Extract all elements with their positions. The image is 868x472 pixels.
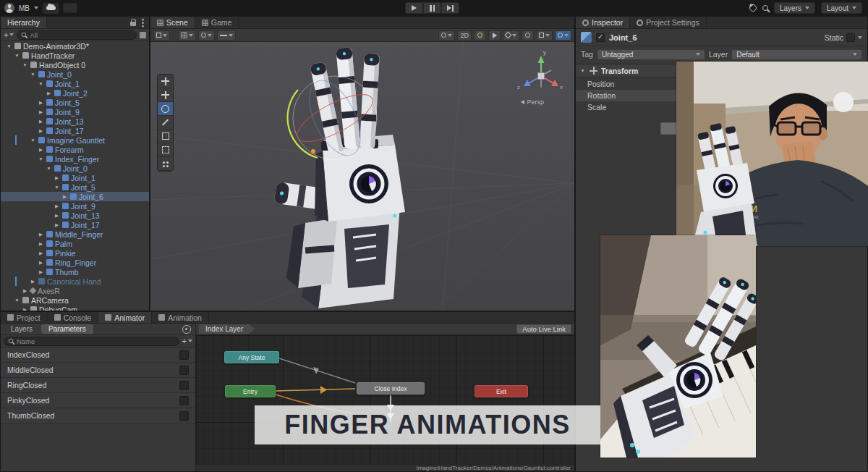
animator-state-node[interactable]: Entry bbox=[225, 385, 276, 397]
expand-arrow-icon[interactable] bbox=[38, 126, 44, 135]
bottom-tab[interactable]: Animation bbox=[152, 312, 209, 323]
parameter-row[interactable]: IndexClosed bbox=[1, 347, 195, 363]
breadcrumb[interactable]: Index Layer bbox=[199, 324, 255, 334]
expand-arrow-icon[interactable] bbox=[22, 286, 28, 295]
layers-dropdown[interactable]: Layers bbox=[774, 2, 815, 14]
scale-tool-button[interactable] bbox=[158, 116, 173, 130]
camera-dropdown[interactable] bbox=[536, 30, 553, 41]
hierarchy-item[interactable]: Joint_1 bbox=[1, 173, 149, 182]
transform-tool-button[interactable] bbox=[158, 143, 173, 157]
parameter-checkbox[interactable] bbox=[179, 396, 189, 405]
collab-button[interactable] bbox=[63, 3, 77, 13]
scene-audio-button[interactable] bbox=[488, 30, 501, 41]
parameter-checkbox[interactable] bbox=[179, 366, 189, 375]
account-button[interactable]: MB bbox=[19, 4, 30, 12]
expand-arrow-icon[interactable] bbox=[54, 211, 60, 220]
expand-arrow-icon[interactable] bbox=[61, 192, 68, 201]
inspector-tab[interactable]: Inspector bbox=[576, 17, 630, 28]
hierarchy-search-input[interactable]: All bbox=[17, 30, 137, 40]
custom-tool-button[interactable] bbox=[158, 157, 173, 171]
component-tools-button[interactable] bbox=[555, 30, 571, 41]
expand-arrow-icon[interactable] bbox=[30, 69, 36, 79]
hierarchy-item[interactable]: Palm bbox=[1, 239, 149, 248]
parameter-row[interactable]: MiddleClosed bbox=[1, 363, 195, 378]
perspective-toggle[interactable]: Persp bbox=[521, 98, 544, 106]
hierarchy-item[interactable]: Imagine Gauntlet bbox=[1, 135, 149, 145]
expand-arrow-icon[interactable] bbox=[38, 107, 44, 117]
tab-hierarchy[interactable]: Hierarchy bbox=[1, 17, 47, 28]
move-tool-button[interactable] bbox=[158, 88, 173, 102]
eye-icon[interactable] bbox=[182, 325, 191, 334]
expand-arrow-icon[interactable] bbox=[14, 295, 20, 305]
parameter-row[interactable]: ThumbClosed bbox=[1, 408, 195, 423]
hierarchy-item[interactable]: Joint_0 bbox=[1, 164, 149, 173]
account-caret-icon[interactable] bbox=[34, 7, 38, 9]
static-checkbox[interactable] bbox=[846, 33, 855, 42]
auto-live-link-button[interactable]: Auto Live Link bbox=[516, 324, 571, 334]
lock-icon[interactable] bbox=[130, 22, 136, 26]
static-caret-icon[interactable] bbox=[858, 36, 862, 39]
expand-arrow-icon[interactable] bbox=[46, 88, 52, 98]
animator-state-node[interactable]: Close Index bbox=[357, 382, 425, 395]
rect-tool-button[interactable] bbox=[158, 130, 173, 143]
hierarchy-item[interactable]: Demo-Animator3D* bbox=[1, 41, 149, 51]
cloud-services-button[interactable] bbox=[43, 3, 59, 14]
add-parameter-button[interactable]: + bbox=[182, 337, 192, 345]
hierarchy-item[interactable]: Pinkie bbox=[1, 248, 149, 258]
hierarchy-item[interactable]: Forearm bbox=[1, 145, 149, 154]
tag-dropdown[interactable]: Untagged bbox=[597, 49, 705, 60]
hierarchy-item[interactable]: Joint_13 bbox=[1, 211, 149, 220]
expand-arrow-icon[interactable] bbox=[38, 258, 44, 267]
expand-arrow-icon[interactable] bbox=[38, 267, 44, 277]
add-object-button[interactable]: + bbox=[4, 30, 14, 39]
expand-arrow-icon[interactable] bbox=[22, 60, 28, 69]
object-name-field[interactable]: Joint_6 bbox=[609, 33, 637, 42]
parameter-search-input[interactable]: Name bbox=[4, 337, 179, 346]
expand-arrow-icon[interactable]: ▼ bbox=[579, 66, 586, 75]
hierarchy-item[interactable]: Thumb bbox=[1, 267, 149, 277]
bottom-tab[interactable]: Animator bbox=[98, 312, 152, 323]
scene-visibility-icon[interactable] bbox=[140, 32, 146, 38]
shading-mode-dropdown[interactable] bbox=[438, 30, 455, 41]
hierarchy-item[interactable]: Joint_0 bbox=[1, 69, 149, 79]
active-checkbox[interactable] bbox=[596, 33, 605, 42]
rotate-tool-button[interactable] bbox=[158, 102, 173, 116]
expand-arrow-icon[interactable] bbox=[38, 248, 44, 258]
layer-dropdown[interactable]: Default bbox=[731, 49, 862, 60]
expand-arrow-icon[interactable] bbox=[54, 201, 60, 211]
parameter-row[interactable]: PinkyClosed bbox=[1, 393, 195, 408]
account-avatar-icon[interactable] bbox=[4, 3, 14, 13]
hierarchy-item[interactable]: Joint_13 bbox=[1, 117, 149, 126]
hierarchy-item[interactable]: Joint_17 bbox=[1, 220, 149, 229]
scene-view-tab[interactable]: Scene bbox=[150, 17, 195, 28]
expand-arrow-icon[interactable] bbox=[30, 135, 36, 145]
hierarchy-item[interactable]: Joint_5 bbox=[1, 98, 149, 107]
bottom-tab[interactable]: Console bbox=[48, 312, 99, 323]
expand-arrow-icon[interactable] bbox=[46, 164, 52, 173]
hierarchy-item[interactable]: Joint_9 bbox=[1, 107, 149, 117]
animator-pane-tab[interactable]: Layers bbox=[4, 324, 40, 334]
expand-arrow-icon[interactable] bbox=[38, 239, 44, 248]
expand-arrow-icon[interactable] bbox=[38, 98, 44, 107]
snap-settings-dropdown[interactable] bbox=[198, 30, 215, 41]
hierarchy-item[interactable]: AxesR bbox=[1, 286, 149, 295]
parameter-checkbox[interactable] bbox=[179, 381, 189, 390]
expand-arrow-icon[interactable] bbox=[38, 229, 44, 239]
expand-arrow-icon[interactable] bbox=[54, 220, 60, 229]
parameter-row[interactable]: RingClosed bbox=[1, 378, 195, 393]
hierarchy-item[interactable]: HandTracker bbox=[1, 51, 149, 60]
expand-arrow-icon[interactable] bbox=[6, 41, 12, 51]
hierarchy-item[interactable]: Middle_Finger bbox=[1, 229, 149, 239]
hierarchy-item[interactable]: ARCamera bbox=[1, 295, 149, 305]
visibility-button[interactable] bbox=[522, 30, 534, 41]
parameter-checkbox[interactable] bbox=[179, 350, 189, 360]
animator-pane-tab[interactable]: Parameters bbox=[41, 324, 93, 334]
expand-arrow-icon[interactable] bbox=[38, 117, 44, 126]
hierarchy-item[interactable]: Joint_2 bbox=[1, 88, 149, 98]
scene-view-tab[interactable]: Game bbox=[195, 17, 239, 28]
animator-state-node[interactable]: Any State bbox=[224, 351, 279, 363]
animator-state-node[interactable]: Exit bbox=[475, 385, 528, 397]
scene-viewport[interactable]: y x z Persp bbox=[150, 42, 574, 311]
toggle-2d-button[interactable]: 2D bbox=[457, 30, 472, 41]
undo-history-icon[interactable] bbox=[749, 4, 757, 12]
